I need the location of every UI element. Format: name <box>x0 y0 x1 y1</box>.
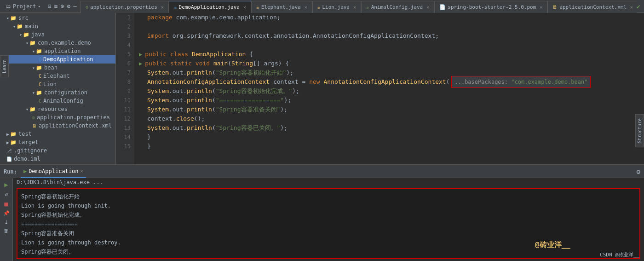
sidebar-item-src[interactable]: ▾📁src <box>0 14 115 22</box>
sidebar-item-gitignore[interactable]: ⎇.gitignore <box>0 146 115 155</box>
line-number-2: 2 <box>116 22 131 31</box>
tab-close-xml[interactable]: ✕ <box>630 5 633 10</box>
rerun-button[interactable]: ↺ <box>5 191 8 197</box>
code-line-4 <box>139 41 644 50</box>
stop-button[interactable]: ■ <box>4 200 8 208</box>
sidebar-item-demo-iml[interactable]: 📄demo.iml <box>0 155 115 163</box>
run-play-button[interactable]: ▶ <box>4 181 8 188</box>
tab-lion[interactable]: ☕ Lion.java ✕ <box>312 1 361 13</box>
sidebar-item-label-test: test <box>18 131 32 137</box>
sidebar-item-label-AnimalConfig: AnimalConfig <box>43 98 83 104</box>
sidebar-item-resources[interactable]: ▾📁resources <box>0 105 115 113</box>
tabs-container: ⚙ application.properties ✕ ☕ DemoApplica… <box>80 0 636 13</box>
tab-demo-application[interactable]: ☕ DemoApplication.java ✕ <box>169 1 251 13</box>
main-area: Learn ▾📁src▾📁main▾📁java▾📁com.example.dem… <box>0 13 644 164</box>
tab-application-properties[interactable]: ⚙ application.properties ✕ <box>80 1 169 13</box>
pin-button[interactable]: 📌 <box>3 210 10 216</box>
folder-icon-main: 📁 <box>17 23 23 29</box>
project-dropdown[interactable]: 🗂 Project ▾ <box>2 0 44 13</box>
sidebar-item-applicationContext-xml[interactable]: 🗎applicationContext.xml <box>0 122 115 130</box>
bottom-tab-bar: Run: ▶ DemoApplication ✕ ⚙ <box>0 165 644 178</box>
code-tokens-line-15: } <box>147 142 151 151</box>
code-line-3: import org.springframework.context.annot… <box>139 31 644 41</box>
sidebar-item-test[interactable]: ▶📁test <box>0 130 115 138</box>
tab-close-elephant[interactable]: ✕ <box>305 5 307 10</box>
sidebar-item-label-bean: bean <box>44 64 58 71</box>
code-lines[interactable]: package com.example.demo.application;imp… <box>134 13 644 164</box>
tree-arrow-test: ▶ <box>6 132 9 137</box>
line-number-5: 5 <box>116 50 131 59</box>
sidebar-item-Elephant[interactable]: CElephant <box>0 72 115 80</box>
sidebar-item-com-example-demo[interactable]: ▾📁com.example.demo <box>0 39 115 47</box>
toolbar-icons: ⊟ ≡ ⊕ ⚙ — <box>44 3 80 10</box>
tab-icon-lion: ☕ <box>317 4 321 10</box>
tab-elephant[interactable]: ☕ Elephant.java ✕ <box>251 1 312 13</box>
sidebar-item-label-DemoApplication: DemoApplication <box>43 56 93 63</box>
tab-animalconfig[interactable]: ☕ AnimalConfig.java ✕ <box>361 1 434 13</box>
sidebar-item-label-main: main <box>25 23 38 29</box>
code-line-10: System.out.println("================="); <box>139 96 644 105</box>
toolbar-icon-4[interactable]: ⚙ <box>67 3 70 10</box>
tab-close-animalconfig[interactable]: ✕ <box>426 5 429 10</box>
sidebar-item-application-props[interactable]: ⚙application.properties <box>0 113 115 122</box>
toolbar-icon-5[interactable]: — <box>73 3 77 10</box>
output-line: Spring容器初始化完成。 <box>21 210 636 220</box>
sidebar-item-label-resources: resources <box>38 106 68 112</box>
tab-icon-xml: 🗎 <box>552 4 558 10</box>
java-icon-Lion: C <box>39 82 41 87</box>
sidebar-item-DemoApplication[interactable]: CDemoApplication <box>0 55 115 64</box>
bottom-panel: Run: ▶ DemoApplication ✕ ⚙ ▶ ↺ ■ 📌 ⤓ 🗑 D <box>0 164 644 261</box>
tab-close-props[interactable]: ✕ <box>161 5 164 10</box>
clear-button[interactable]: 🗑 <box>4 228 9 234</box>
code-tokens-line-14: } <box>147 133 151 142</box>
code-tokens-line-11: System.out.println("Spring容器准备关闭"); <box>147 105 288 114</box>
code-line-5: ▶public class DemoApplication { <box>139 50 644 59</box>
code-tokens-line-10: System.out.println("================="); <box>147 96 291 105</box>
line-number-14: 14 <box>116 133 131 142</box>
tab-pom[interactable]: 📄 spring-boot-starter-2.5.0.pom ✕ <box>434 1 547 13</box>
code-line-9: System.out.println("Spring容器初始化完成。"); <box>139 87 644 96</box>
sidebar-item-configuration[interactable]: ▾📁configuration <box>0 88 115 97</box>
project-tree: Learn ▾📁src▾📁main▾📁java▾📁com.example.dem… <box>0 13 116 164</box>
sidebar-item-AnimalConfig[interactable]: CAnimalConfig <box>0 97 115 105</box>
editor-area: 123456789101112131415 package com.exampl… <box>116 13 644 164</box>
line-number-3: 3 <box>116 31 131 41</box>
folder-icon-com-example-demo: 📁 <box>29 40 36 46</box>
xml-icon-applicationContext-xml: 🗎 <box>32 123 37 128</box>
toolbar-icon-3[interactable]: ⊕ <box>61 3 64 10</box>
sidebar-item-java[interactable]: ▾📁java <box>0 30 115 39</box>
tab-close-demo[interactable]: ✕ <box>243 5 246 10</box>
run-arrow-line-5: ▶ <box>139 50 142 59</box>
code-tokens-line-6: public static void main(String[] args) { <box>145 59 289 68</box>
output-line: Spring容器已关闭。 <box>21 247 636 256</box>
sidebar-item-bean[interactable]: ▾📁bean <box>0 64 115 72</box>
toolbar-icon-1[interactable]: ⊟ <box>48 3 52 10</box>
tree-arrow-target: ▶ <box>6 140 9 145</box>
sidebar-item-main[interactable]: ▾📁main <box>0 22 115 30</box>
tab-close-lion[interactable]: ✕ <box>353 5 356 10</box>
run-tab-demo[interactable]: ▶ DemoApplication ✕ <box>21 165 86 178</box>
sidebar-item-Lion[interactable]: CLion <box>0 80 115 88</box>
sidebar-item-target[interactable]: ▶📁target <box>0 138 115 146</box>
run-output: D:\JDK1.8\bin\java.exe ... Spring容器初始化开始… <box>13 178 644 261</box>
code-line-6: ▶ public static void main(String[] args)… <box>139 59 644 68</box>
code-line-15: } <box>139 142 644 151</box>
folder-icon-resources: 📁 <box>29 106 36 112</box>
tab-appcontext[interactable]: 🗎 applicationContext.xml ✕ <box>547 1 636 13</box>
run-gear-button[interactable]: ⚙ <box>637 168 640 175</box>
toolbar-icon-2[interactable]: ≡ <box>54 3 58 10</box>
tree-arrow-bean: ▾ <box>32 65 35 70</box>
run-tab-close[interactable]: ✕ <box>80 168 83 174</box>
sidebar-item-label-Lion: Lion <box>43 81 57 87</box>
code-line-12: context.close(); <box>139 114 644 123</box>
scroll-end-button[interactable]: ⤓ <box>4 219 8 225</box>
tab-close-pom[interactable]: ✕ <box>540 5 542 10</box>
run-arrow-line-6: ▶ <box>139 59 142 68</box>
sidebar-item-application[interactable]: ▾📁application <box>0 47 115 55</box>
run-label: Run: <box>4 168 17 175</box>
learn-tab[interactable]: Learn <box>0 55 9 77</box>
project-icon: 🗂 <box>6 3 11 10</box>
sidebar-item-label-Elephant: Elephant <box>43 73 70 79</box>
tab-icon-pom: 📄 <box>439 4 446 10</box>
structure-tab[interactable]: Structure <box>635 114 644 147</box>
